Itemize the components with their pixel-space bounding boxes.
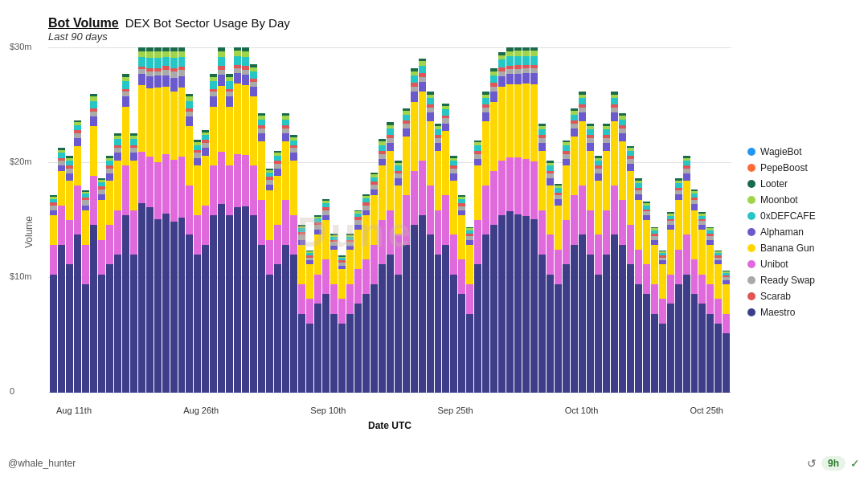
legend-label: Ready Swap (760, 275, 815, 286)
bar-group (354, 47, 362, 393)
username: @whale_hunter (8, 458, 76, 469)
bar-segment (411, 171, 418, 226)
bar-segment (226, 96, 233, 106)
bar-segment (555, 250, 562, 284)
bar-segment (450, 181, 457, 235)
bar-segment (250, 215, 257, 393)
bar-segment (186, 101, 193, 108)
bar-group (395, 47, 402, 393)
bar-segment (579, 112, 586, 121)
bar-group (506, 47, 514, 393)
bar-segment (379, 159, 386, 166)
bar-group (643, 47, 650, 393)
bar-segment (635, 194, 642, 200)
bar-group (450, 47, 457, 393)
legend-color-0xdefcafe (747, 212, 755, 220)
bar-segment (362, 294, 370, 393)
bar-segment (290, 161, 297, 215)
bar-segment (522, 159, 530, 216)
bar-group (218, 47, 225, 393)
bar-segment (490, 75, 497, 83)
chart-subtitle: DEX Bot Sector Usage By Day (125, 16, 290, 30)
bar-segment (675, 194, 682, 200)
bar-segment (218, 57, 225, 67)
bar-segment (82, 210, 89, 245)
bar-segment (98, 240, 105, 275)
bar-group (258, 47, 265, 393)
legend-label: Scarab (760, 291, 791, 302)
bar-segment (698, 230, 706, 274)
bar-segment (395, 178, 402, 186)
bar-segment (306, 264, 313, 299)
bar-segment (514, 157, 522, 214)
chart-title: Bot Volume (48, 16, 119, 31)
bar-group (466, 47, 473, 393)
bar-group (98, 47, 105, 393)
legend-item-banana-gun: Banana Gun (747, 243, 860, 254)
bar-segment (571, 128, 578, 137)
bar-segment (74, 234, 81, 393)
bar-segment (371, 195, 378, 244)
bar-segment (250, 96, 257, 165)
bar-segment (427, 98, 434, 104)
bar-segment (122, 81, 129, 88)
bar-segment (482, 121, 489, 186)
bar-segment (218, 204, 225, 393)
legend-color-pepeboost (747, 164, 755, 172)
bar-group (379, 47, 386, 393)
bar-segment (258, 141, 265, 201)
x-label: Oct 10th (565, 406, 599, 415)
bar-segment (138, 57, 145, 67)
bar-segment (395, 275, 402, 393)
bar-segment (258, 133, 265, 141)
legend-item-pepeboost: PepeBoost (747, 162, 860, 173)
bar-segment (667, 275, 674, 304)
legend-color-unibot (747, 260, 755, 268)
bar-segment (474, 264, 481, 393)
bar-segment (466, 314, 473, 393)
bar-segment (435, 151, 442, 210)
bar-segment (547, 275, 554, 393)
bar-group (242, 47, 249, 393)
bar-segment (178, 218, 186, 393)
bar-segment (490, 225, 497, 393)
bar-group (419, 47, 426, 393)
bar-segment (522, 84, 530, 159)
bar-segment (403, 137, 410, 196)
bar-segment (514, 74, 522, 84)
bar-segment (338, 269, 346, 299)
bar-segment (458, 294, 465, 393)
bar-segment (122, 96, 129, 106)
bar-segment (579, 98, 586, 104)
bar-segment (490, 102, 497, 171)
bar-group (482, 47, 489, 393)
bar-segment (571, 115, 578, 120)
legend-label: 0xDEFCAFE (760, 210, 816, 222)
bar-group (162, 47, 170, 393)
bar-segment (106, 225, 113, 264)
refresh-icon[interactable]: ↺ (807, 457, 817, 470)
bar-group (234, 47, 241, 393)
bar-segment (698, 275, 706, 304)
bar-segment (170, 78, 178, 92)
bar-segment (266, 275, 273, 393)
bar-segment (242, 75, 249, 86)
bar-segment (474, 145, 481, 151)
bar-segment (146, 207, 154, 393)
bar-segment (522, 216, 530, 393)
bar-segment (403, 115, 410, 120)
bar-group (130, 47, 137, 393)
bar-segment (555, 199, 562, 205)
legend-item-wagiebot: WagieBot (747, 146, 860, 157)
bar-segment (322, 259, 330, 294)
bar-segment (379, 264, 386, 393)
bar-segment (298, 245, 305, 284)
bar-segment (427, 112, 434, 121)
bar-segment (450, 275, 457, 393)
bar-group (435, 47, 442, 393)
bar-segment (330, 250, 338, 284)
bar-segment (619, 120, 626, 125)
x-axis-title: Date UTC (368, 420, 411, 431)
bar-segment (555, 284, 562, 393)
bar-segment (362, 215, 370, 259)
